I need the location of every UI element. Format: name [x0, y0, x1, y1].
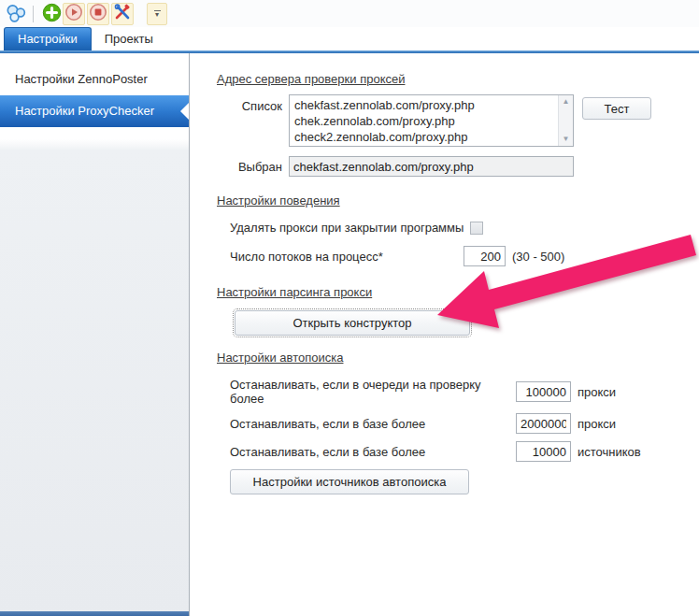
- list-item[interactable]: check2.zennolab.com/proxy.php: [294, 129, 558, 145]
- threads-range-hint: (30 - 500): [512, 250, 564, 264]
- tab-projects[interactable]: Проекты: [92, 28, 166, 50]
- delete-on-close-label: Удалять прокси при закрытии программы: [230, 221, 464, 235]
- stop-check-button[interactable]: [87, 3, 109, 25]
- start-icon: [64, 3, 83, 24]
- server-listbox[interactable]: chekfast.zennolab.com/proxy.php chek.zen…: [289, 94, 574, 147]
- threads-row: Число потоков на процесс* (30 - 500): [230, 246, 699, 266]
- open-constructor-button[interactable]: Открыть конструктор: [235, 310, 470, 336]
- settings-sidebar: Настройки ZennoPoster Настройки ProxyChe…: [0, 53, 190, 616]
- test-button[interactable]: Тест: [582, 97, 651, 120]
- delete-on-close-row: Удалять прокси при закрытии программы: [230, 221, 699, 235]
- autosearch-base-sources-unit: источников: [578, 445, 641, 459]
- autosearch-base-sources-label: Останавливать, если в базе более: [230, 445, 516, 459]
- threads-input[interactable]: [464, 246, 506, 266]
- list-item[interactable]: chekfast.zennolab.com/proxy.php: [294, 97, 558, 113]
- autosearch-base-proxies-input[interactable]: [516, 413, 571, 434]
- tab-bar: Настройки Проекты: [0, 27, 699, 50]
- stop-icon: [89, 3, 107, 24]
- threads-label: Число потоков на процесс*: [230, 250, 464, 264]
- server-list-row: Список chekfast.zennolab.com/proxy.php c…: [217, 94, 699, 147]
- delete-on-close-checkbox[interactable]: [470, 222, 483, 235]
- listbox-scrollbar[interactable]: ▲ ▼: [558, 95, 573, 146]
- parsing-heading: Настройки парсинга прокси: [217, 285, 699, 299]
- proxychecker-settings-window: ▾ Настройки Проекты Настройки ZennoPoste…: [0, 0, 699, 616]
- server-address-heading: Адрес сервера проверки проксей: [217, 72, 699, 86]
- autosearch-queue-input[interactable]: [516, 381, 571, 402]
- scroll-up-icon[interactable]: ▲: [563, 97, 570, 107]
- selected-item-notch-icon: [180, 103, 189, 120]
- autosearch-queue-row: Останавливать, если в очереди на проверк…: [230, 378, 699, 406]
- server-list-label: Список: [217, 99, 282, 113]
- tab-settings[interactable]: Настройки: [4, 27, 92, 50]
- sidebar-bottom-strip: [0, 611, 189, 616]
- selected-server-row: Выбран chekfast.zennolab.com/proxy.php: [217, 156, 699, 177]
- sidebar-item-zennoposter-settings[interactable]: Настройки ZennoPoster: [0, 63, 189, 95]
- main-toolbar: ▾: [0, 0, 699, 27]
- list-item[interactable]: chek.zennolab.com/proxy.php: [294, 113, 558, 129]
- autosearch-base-proxies-unit: прокси: [578, 417, 616, 431]
- proxychecker-settings-panel: Адрес сервера проверки проксей Список ch…: [190, 53, 699, 616]
- autosearch-queue-unit: прокси: [578, 385, 616, 399]
- selected-server-field[interactable]: chekfast.zennolab.com/proxy.php: [289, 156, 574, 177]
- autosearch-base-sources-row: Останавливать, если в базе более источни…: [230, 441, 699, 462]
- toolbar-overflow-icon: ▾: [154, 10, 161, 18]
- zennolab-logo-icon: [5, 4, 27, 24]
- start-check-button[interactable]: [63, 3, 85, 25]
- add-icon: [42, 3, 62, 25]
- sidebar-item-proxychecker-settings[interactable]: Настройки ProxyChecker: [0, 95, 189, 127]
- constructor-tools-button[interactable]: [111, 3, 134, 25]
- selected-server-label: Выбран: [217, 160, 282, 174]
- add-button[interactable]: [40, 3, 63, 25]
- behavior-heading: Настройки поведения: [217, 193, 699, 208]
- autosearch-queue-label: Останавливать, если в очереди на проверк…: [230, 378, 516, 406]
- toolbar-overflow-button[interactable]: ▾: [147, 3, 167, 25]
- constructor-tools-icon: [113, 3, 132, 24]
- autosearch-base-proxies-row: Останавливать, если в базе более прокси: [230, 413, 699, 434]
- autosearch-sources-button[interactable]: Настройки источников автопоиска: [230, 469, 469, 494]
- autosearch-heading: Настройки автопоиска: [217, 351, 699, 365]
- sidebar-item-label: Настройки ProxyChecker: [15, 104, 154, 118]
- server-list-items: chekfast.zennolab.com/proxy.php chek.zen…: [290, 95, 558, 146]
- toolbar-separator: [33, 6, 34, 22]
- autosearch-base-sources-input[interactable]: [516, 441, 571, 462]
- autosearch-base-proxies-label: Останавливать, если в базе более: [230, 417, 516, 431]
- scroll-down-icon[interactable]: ▼: [563, 135, 570, 144]
